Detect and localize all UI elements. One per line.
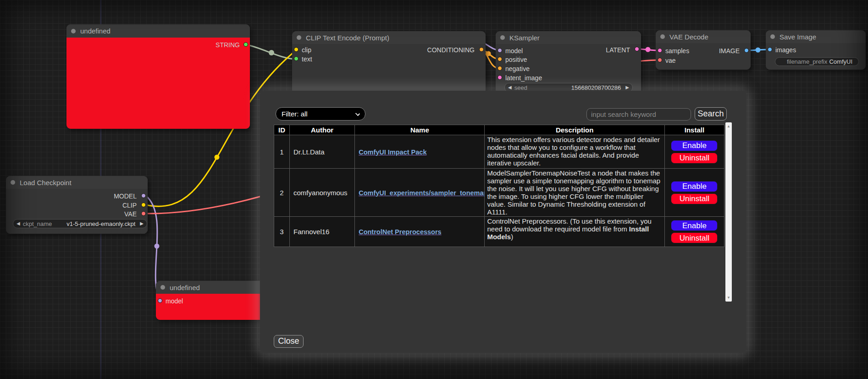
enable-button[interactable]: Enable	[671, 181, 718, 192]
filter-select[interactable]: Filter: all	[276, 107, 365, 121]
node-title: Save Image	[780, 33, 816, 41]
cell-install: Enable Uninstall	[664, 169, 724, 217]
close-button[interactable]: Close	[274, 335, 304, 348]
output-slot-image[interactable]	[744, 48, 749, 53]
table-scrollbar[interactable]: ▲ ▼	[725, 122, 732, 302]
ckpt-name-widget[interactable]: ◀ ckpt_name v1-5-pruned-emaonly.ckpt ▶	[13, 219, 147, 228]
output-label-vae: VAE	[124, 210, 137, 218]
node-clip-text-encode[interactable]: CLIP Text Encode (Prompt) clip text COND…	[292, 31, 486, 94]
header-author: Author	[290, 125, 355, 135]
search-button[interactable]: Search	[695, 107, 727, 121]
ckpt-name-label: ckpt_name	[23, 220, 52, 227]
cell-id: 1	[274, 135, 290, 169]
cell-id: 2	[274, 169, 290, 217]
node-vae-decode[interactable]: VAE Decode samples vae IMAGE	[656, 30, 751, 70]
seed-label: seed	[514, 84, 527, 91]
output-slot-conditioning[interactable]	[479, 47, 484, 52]
collapse-dot-icon[interactable]	[71, 29, 76, 33]
node-title: CLIP Text Encode (Prompt)	[306, 34, 389, 42]
output-label-string: STRING	[216, 41, 240, 49]
node-title: VAE Decode	[669, 33, 708, 41]
input-slot-negative[interactable]	[498, 66, 502, 71]
node-titlebar[interactable]: Load Checkpoint	[6, 176, 148, 189]
filename-prefix-widget[interactable]: filename_prefix ComfyUI	[775, 57, 859, 66]
cell-name: ComfyUI Impact Pack	[355, 135, 485, 169]
link-dot-model	[155, 244, 160, 249]
input-slot-samples[interactable]	[658, 48, 662, 53]
input-label-text: text	[302, 55, 312, 63]
ckpt-next-icon[interactable]: ▶	[140, 221, 144, 226]
cell-description: ControlNet Preprocessors. (To use this e…	[485, 217, 664, 247]
output-slot-string[interactable]	[243, 42, 248, 47]
uninstall-button[interactable]: Uninstall	[671, 153, 718, 164]
extension-link[interactable]: ComfyUI Impact Pack	[359, 148, 426, 156]
cell-install: Enable Uninstall	[664, 135, 724, 169]
node-titlebar[interactable]: undefined	[66, 24, 250, 38]
scroll-down-icon[interactable]: ▼	[725, 296, 732, 300]
input-slot-images[interactable]	[768, 47, 772, 52]
link-dot-image	[756, 48, 761, 53]
input-slot-model[interactable]	[158, 298, 162, 303]
node-save-image[interactable]: Save Image images filename_prefix ComfyU…	[766, 30, 866, 70]
table-row: 1 Dr.Lt.Data ComfyUI Impact Pack This ex…	[274, 135, 724, 169]
output-label-clip: CLIP	[122, 202, 137, 209]
node-titlebar[interactable]: Save Image	[766, 30, 866, 43]
collapse-dot-icon[interactable]	[770, 34, 775, 39]
node-ksampler[interactable]: KSampler model positive negative latent_…	[496, 31, 641, 94]
uninstall-button[interactable]: Uninstall	[671, 232, 718, 243]
input-label-samples: samples	[665, 47, 689, 55]
input-slot-latent-image[interactable]	[498, 75, 502, 80]
node-title: undefined	[80, 27, 111, 35]
output-slot-vae[interactable]	[141, 211, 146, 216]
filename-prefix-label: filename_prefix	[787, 58, 827, 65]
output-slot-clip[interactable]	[141, 203, 146, 207]
output-slot-model[interactable]	[141, 193, 146, 198]
collapse-dot-icon[interactable]	[660, 34, 665, 39]
node-titlebar[interactable]: undefined	[156, 281, 268, 294]
input-label-model: model	[166, 297, 183, 305]
input-slot-clip[interactable]	[294, 47, 299, 52]
collapse-dot-icon[interactable]	[297, 35, 301, 40]
extension-link[interactable]: ControlNet Preprocessors	[359, 228, 442, 236]
seed-decrement-icon[interactable]: ◀	[508, 85, 512, 90]
search-input[interactable]	[586, 108, 691, 121]
cell-author: Dr.Lt.Data	[290, 135, 355, 169]
link-dot-latent	[646, 47, 651, 52]
enable-button[interactable]: Enable	[671, 140, 718, 151]
node-title: undefined	[170, 284, 200, 291]
input-slot-text[interactable]	[294, 56, 299, 61]
input-label-positive: positive	[505, 56, 527, 63]
node-titlebar[interactable]: VAE Decode	[656, 30, 751, 43]
scroll-up-icon[interactable]: ▲	[725, 124, 732, 128]
output-label-image: IMAGE	[719, 47, 740, 55]
node-titlebar[interactable]: CLIP Text Encode (Prompt)	[292, 31, 486, 44]
header-id: ID	[274, 125, 290, 135]
node-undefined-bottom[interactable]: undefined model	[156, 281, 268, 320]
extension-link[interactable]: ComfyUI_experiments/sampler_tonemap	[359, 189, 485, 197]
seed-increment-icon[interactable]: ▶	[625, 85, 629, 90]
collapse-dot-icon[interactable]	[11, 180, 15, 185]
output-label-model: MODEL	[114, 192, 137, 200]
input-slot-vae[interactable]	[658, 58, 662, 62]
uninstall-button[interactable]: Uninstall	[671, 193, 718, 204]
node-load-checkpoint[interactable]: Load Checkpoint MODEL CLIP VAE ◀ ckpt_na…	[6, 176, 148, 234]
chevron-down-icon	[355, 111, 360, 116]
input-label-negative: negative	[505, 65, 530, 72]
output-slot-latent[interactable]	[635, 47, 639, 51]
output-label-conditioning: CONDITIONING	[427, 46, 475, 54]
header-description: Description	[485, 125, 664, 135]
node-undefined-top[interactable]: undefined STRING	[66, 24, 250, 129]
enable-button[interactable]: Enable	[671, 220, 718, 231]
ckpt-prev-icon[interactable]: ◀	[17, 221, 20, 226]
input-slot-model[interactable]	[498, 48, 502, 53]
node-titlebar[interactable]: KSampler	[496, 31, 641, 44]
collapse-dot-icon[interactable]	[500, 35, 505, 40]
table-row: 2 comfyanonymous ComfyUI_experiments/sam…	[274, 169, 724, 217]
filename-prefix-value: ComfyUI	[829, 58, 852, 65]
extensions-grid: ID Author Name Description Install 1 Dr.…	[274, 122, 732, 302]
cell-name: ComfyUI_experiments/sampler_tonemap	[355, 169, 485, 217]
collapse-dot-icon[interactable]	[160, 285, 165, 290]
cell-author: comfyanonymous	[290, 169, 355, 217]
input-slot-positive[interactable]	[498, 57, 502, 61]
graph-canvas[interactable]: undefined STRING CLIP Text Encode (Promp…	[0, 0, 868, 379]
